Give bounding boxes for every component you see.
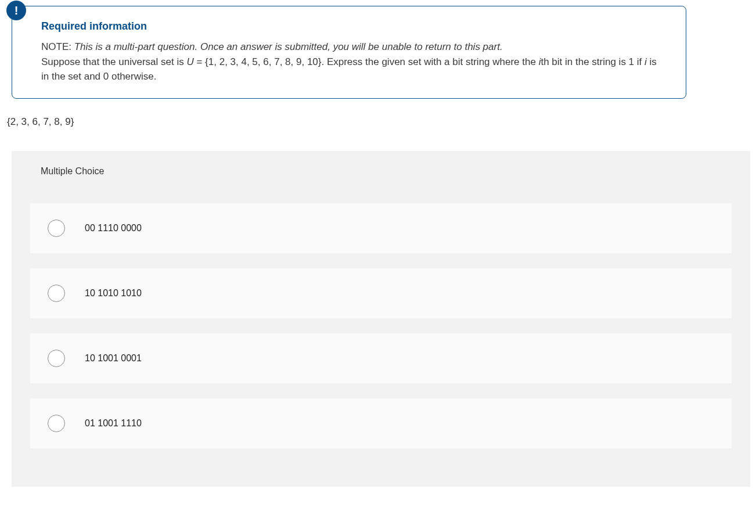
multiple-choice-section: Multiple Choice 00 1110 0000 10 1010 101…: [12, 151, 750, 487]
option-row[interactable]: 10 1001 0001: [30, 333, 732, 383]
question-set: {2, 3, 6, 7, 8, 9}: [7, 116, 750, 128]
body-mid2: th bit in the string is 1 if: [541, 56, 645, 67]
note-label: NOTE:: [41, 41, 74, 52]
mc-header: Multiple Choice: [12, 151, 750, 192]
radio-button[interactable]: [48, 220, 65, 237]
radio-button[interactable]: [48, 285, 65, 302]
option-label: 00 1110 0000: [85, 223, 142, 233]
note-italic: This is a multi-part question. Once an a…: [74, 41, 503, 52]
radio-button[interactable]: [48, 415, 65, 432]
body-pre: Suppose that the universal set is: [41, 56, 186, 67]
info-title: Required information: [41, 20, 657, 33]
options-list: 00 1110 0000 10 1010 1010 10 1001 0001 0…: [12, 192, 750, 448]
required-info-box: ! Required information NOTE: This is a m…: [12, 6, 686, 99]
option-row[interactable]: 00 1110 0000: [30, 203, 732, 253]
option-label: 01 1001 1110: [85, 418, 142, 429]
radio-button[interactable]: [48, 350, 65, 367]
option-label: 10 1010 1010: [85, 288, 142, 299]
option-row[interactable]: 01 1001 1110: [30, 398, 732, 448]
option-label: 10 1001 0001: [85, 353, 142, 364]
option-row[interactable]: 10 1010 1010: [30, 268, 732, 318]
var-u: U: [186, 56, 193, 67]
body-mid: = {1, 2, 3, 4, 5, 6, 7, 8, 9, 10}. Expre…: [194, 56, 539, 67]
alert-icon: !: [6, 1, 26, 20]
info-note: NOTE: This is a multi-part question. Onc…: [41, 39, 657, 84]
